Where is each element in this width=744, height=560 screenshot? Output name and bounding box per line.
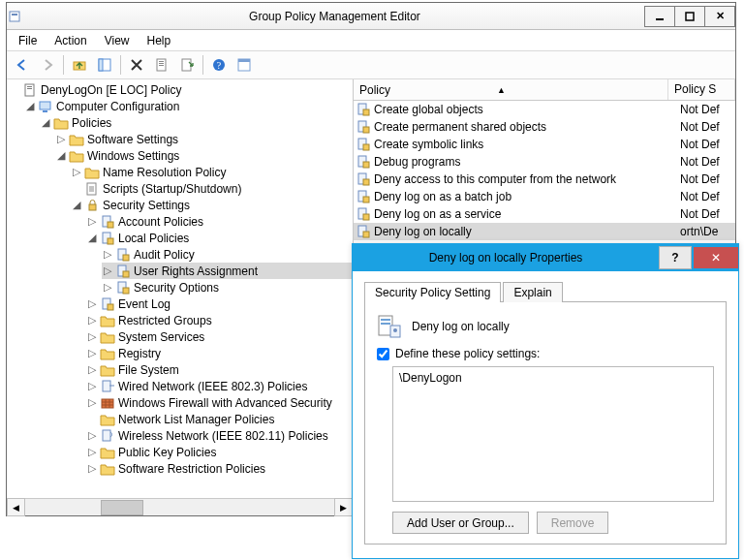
list-row[interactable]: Create permanent shared objectsNot Def — [354, 118, 735, 136]
list-item[interactable]: \DenyLogon — [399, 371, 707, 385]
dialog-close-button[interactable]: ✕ — [694, 247, 738, 268]
folder-icon — [100, 461, 115, 477]
filter-button[interactable] — [232, 53, 256, 77]
minimize-button[interactable] — [644, 6, 675, 27]
policy-name: Create symbolic links — [374, 138, 483, 151]
svg-rect-17 — [27, 86, 32, 87]
add-user-or-group-button[interactable]: Add User or Group... — [392, 512, 529, 534]
svg-rect-37 — [103, 430, 110, 441]
svg-rect-30 — [123, 271, 129, 277]
tree-pki[interactable]: Public Key Policies — [118, 446, 216, 459]
tree-wired[interactable]: Wired Network (IEEE 802.3) Policies — [118, 380, 307, 393]
list-row[interactable]: Create symbolic linksNot Def — [354, 136, 735, 153]
policy-name: Create global objects — [374, 103, 483, 116]
tree-audit-policy[interactable]: Audit Policy — [134, 248, 195, 262]
column-policy[interactable]: Policy▲ — [354, 79, 668, 100]
folder-icon — [100, 445, 115, 460]
svg-rect-51 — [363, 214, 369, 220]
menu-action[interactable]: Action — [46, 32, 94, 49]
list-row[interactable]: Deny access to this computer from the ne… — [354, 171, 735, 188]
svg-rect-22 — [89, 204, 96, 210]
export-list-button[interactable] — [175, 53, 199, 77]
tree-firewall[interactable]: Windows Firewall with Advanced Security — [118, 396, 332, 410]
policy-item-icon — [356, 119, 371, 135]
policy-name: Deny log on as a batch job — [374, 190, 512, 203]
window-title: Group Policy Management Editor — [24, 10, 645, 23]
policy-setting: Not Def — [680, 172, 720, 186]
scroll-left-button[interactable]: ◀ — [7, 498, 25, 516]
menu-view[interactable]: View — [97, 32, 138, 49]
tab-security-policy-setting[interactable]: Security Policy Setting — [364, 282, 501, 302]
properties-button[interactable] — [150, 53, 173, 77]
tree-restricted-groups[interactable]: Restricted Groups — [118, 314, 212, 327]
tree-event-log[interactable]: Event Log — [118, 297, 170, 311]
folder-icon — [100, 362, 115, 378]
console-tree[interactable]: ▷DenyLogOn [E LOC] Policy ◢Computer Conf… — [7, 79, 353, 498]
policy-name: Deny access to this computer from the ne… — [374, 172, 616, 186]
tree-horizontal-scrollbar[interactable]: ◀ ▶ — [7, 498, 353, 515]
tree-pane: ▷DenyLogOn [E LOC] Policy ◢Computer Conf… — [7, 79, 354, 515]
remove-button[interactable]: Remove — [537, 512, 609, 534]
network-icon — [100, 379, 115, 394]
tree-scripts[interactable]: Scripts (Startup/Shutdown) — [103, 182, 241, 196]
tree-policies[interactable]: Policies — [72, 116, 111, 130]
back-button[interactable] — [11, 53, 34, 77]
policy-setting: Not Def — [680, 138, 720, 151]
tree-computer-config[interactable]: Computer Configuration — [56, 100, 179, 113]
tree-security-options[interactable]: Security Options — [134, 281, 219, 295]
list-row[interactable]: Deny log on locallyortn\De — [354, 223, 735, 240]
computer-icon — [38, 99, 53, 114]
svg-rect-16 — [25, 84, 34, 96]
svg-point-58 — [393, 328, 397, 332]
list-row[interactable]: Deny log on as a serviceNot Def — [354, 205, 735, 223]
tree-file-system[interactable]: File System — [118, 363, 179, 377]
svg-rect-47 — [363, 179, 369, 185]
tree-srp[interactable]: Software Restriction Policies — [118, 462, 265, 476]
tree-windows-settings[interactable]: Windows Settings — [87, 149, 179, 163]
tree-software-settings[interactable]: Software Settings — [87, 133, 178, 146]
forward-button[interactable] — [36, 53, 59, 77]
scroll-right-button[interactable]: ▶ — [334, 498, 353, 516]
tree-registry[interactable]: Registry — [118, 347, 161, 360]
tab-explain[interactable]: Explain — [503, 282, 562, 302]
menu-file[interactable]: File — [11, 32, 45, 49]
tree-nlm[interactable]: Network List Manager Policies — [118, 413, 274, 426]
svg-rect-53 — [363, 232, 369, 237]
delete-button[interactable] — [125, 53, 148, 77]
close-button[interactable]: ✕ — [704, 6, 735, 27]
menubar: File Action View Help — [7, 30, 735, 51]
show-hide-tree-button[interactable] — [93, 53, 116, 77]
svg-rect-3 — [686, 13, 694, 20]
tree-local-policies[interactable]: Local Policies — [118, 232, 189, 245]
maximize-button[interactable] — [674, 6, 705, 27]
dialog-tabs: Security Policy Setting Explain — [364, 282, 727, 302]
svg-rect-43 — [363, 144, 369, 150]
scroll-thumb[interactable] — [101, 500, 143, 515]
define-settings-row[interactable]: Define these policy settings: — [377, 347, 714, 360]
up-folder-button[interactable] — [68, 53, 91, 77]
principals-listbox[interactable]: \DenyLogon — [392, 366, 714, 502]
tree-wireless[interactable]: Wireless Network (IEEE 802.11) Policies — [118, 429, 328, 443]
policy-name: Deny log on locally — [374, 225, 472, 238]
tree-account-policies[interactable]: Account Policies — [118, 215, 203, 229]
define-settings-checkbox[interactable] — [377, 348, 389, 360]
sort-indicator-icon: ▲ — [497, 85, 506, 95]
tree-user-rights[interactable]: User Rights Assignment — [134, 264, 258, 278]
column-setting[interactable]: Policy S — [668, 79, 735, 100]
svg-rect-10 — [159, 65, 164, 66]
svg-rect-49 — [363, 197, 369, 202]
svg-rect-56 — [381, 323, 390, 325]
tree-name-resolution[interactable]: Name Resolution Policy — [103, 166, 226, 179]
tree-system-services[interactable]: System Services — [118, 330, 204, 344]
list-row[interactable]: Deny log on as a batch jobNot Def — [354, 188, 735, 205]
tree-security-settings[interactable]: Security Settings — [103, 199, 190, 212]
menu-help[interactable]: Help — [140, 32, 179, 49]
help-button[interactable]: ? — [207, 53, 231, 77]
svg-rect-8 — [159, 61, 164, 62]
folder-icon — [100, 412, 115, 427]
dialog-help-button[interactable]: ? — [659, 246, 692, 269]
svg-rect-35 — [103, 381, 110, 391]
list-row[interactable]: Debug programsNot Def — [354, 153, 735, 171]
tree-root[interactable]: DenyLogOn [E LOC] Policy — [41, 83, 181, 97]
list-row[interactable]: Create global objectsNot Def — [354, 101, 735, 118]
